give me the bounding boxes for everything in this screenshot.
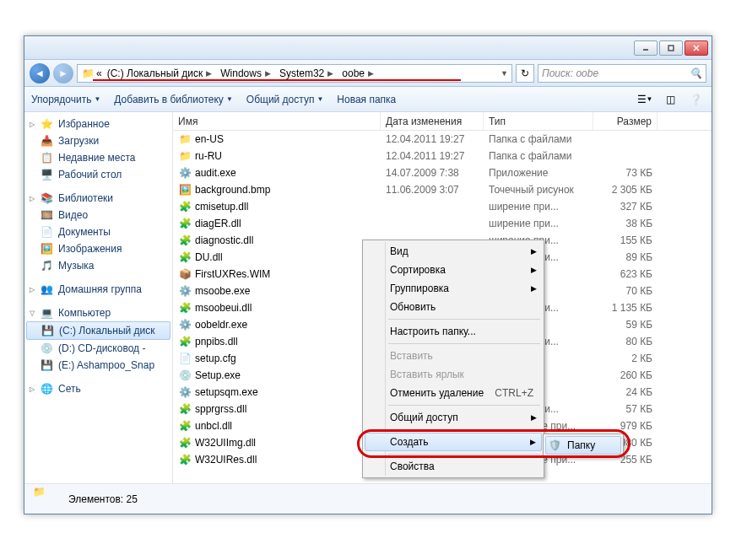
file-icon: 📄 — [178, 352, 192, 365]
file-size: 38 КБ — [593, 218, 658, 229]
file-icon: ⚙️ — [178, 385, 192, 399]
breadcrumb-prefix: « — [96, 67, 102, 79]
file-name: W32UIRes.dll — [195, 454, 257, 466]
file-icon: 🧩 — [178, 453, 192, 466]
file-name: setupsqm.exe — [195, 386, 258, 398]
status-bar: 📁 Элементов: 25 — [24, 483, 712, 514]
sidebar-network[interactable]: ▷🌐Сеть — [24, 380, 172, 397]
file-icon: 🧩 — [178, 250, 192, 264]
sidebar-videos[interactable]: 🎞️Видео — [24, 207, 172, 223]
sidebar-drive-d[interactable]: 💿(D:) CD-дисковод - — [24, 340, 172, 357]
file-name: DU.dll — [195, 251, 223, 263]
sidebar-pictures[interactable]: 🖼️Изображения — [24, 240, 172, 257]
maximize-button[interactable] — [659, 40, 683, 56]
file-icon: 📁 — [178, 132, 192, 146]
sidebar-drive-e[interactable]: 💾(E:) Ashampoo_Snap — [24, 357, 172, 374]
sidebar-favorites[interactable]: ▷⭐Избранное — [24, 116, 172, 132]
file-name: ru-RU — [195, 150, 222, 162]
ctx-sort[interactable]: Сортировка▶ — [365, 261, 542, 279]
file-row[interactable]: 🧩cmisetup.dllширение при...327 КБ — [173, 198, 712, 215]
file-icon: 🧩 — [178, 234, 192, 247]
file-size: 327 КБ — [593, 201, 658, 213]
file-name: pnpibs.dll — [195, 336, 238, 347]
ctx-group[interactable]: Группировка▶ — [365, 279, 542, 298]
file-row[interactable]: 📁en-US12.04.2011 19:27Папка с файлами — [173, 131, 712, 148]
minimize-button[interactable] — [634, 40, 658, 56]
sidebar-computer[interactable]: ▽💻Компьютер — [24, 304, 172, 321]
sidebar: ▷⭐Избранное 📥Загрузки 📋Недавние места 🖥️… — [24, 112, 173, 483]
ctx-customize[interactable]: Настроить папку... — [365, 322, 542, 341]
view-mode-button[interactable]: ☰ ▼ — [636, 91, 654, 108]
ctx-paste: Вставить — [365, 347, 542, 365]
ctx-properties[interactable]: Свойства — [365, 457, 542, 476]
file-size: 2 305 КБ — [593, 184, 658, 196]
ctx-undo-delete[interactable]: Отменить удалениеCTRL+Z — [365, 384, 542, 402]
file-name: en-US — [195, 133, 224, 145]
organize-button[interactable]: Упорядочить▼ — [31, 94, 100, 105]
breadcrumb[interactable]: 📁 « (C:) Локальный диск▶ Windows▶ System… — [77, 64, 512, 83]
file-date: 12.04.2011 19:27 — [381, 133, 484, 145]
file-row[interactable]: 📁ru-RU12.04.2011 19:27Папка с файлами — [173, 148, 712, 164]
file-size: 1 135 КБ — [593, 302, 658, 314]
sidebar-homegroup[interactable]: ▷👥Домашняя группа — [24, 281, 172, 298]
file-date: 11.06.2009 3:07 — [381, 184, 484, 196]
col-type[interactable]: Тип — [484, 112, 593, 130]
file-icon: 🧩 — [178, 436, 192, 450]
file-size: 979 КБ — [593, 420, 658, 432]
sidebar-desktop[interactable]: 🖥️Рабочий стол — [24, 166, 172, 183]
file-name: cmisetup.dll — [195, 201, 248, 213]
sidebar-music[interactable]: 🎵Музыка — [24, 257, 172, 274]
column-headers: Имя Дата изменения Тип Размер — [173, 112, 712, 131]
svg-rect-1 — [668, 46, 674, 51]
col-size[interactable]: Размер — [593, 112, 658, 130]
ctx-refresh[interactable]: Обновить — [365, 298, 542, 316]
search-input[interactable]: Поиск: oobe 🔍 — [538, 64, 706, 83]
preview-pane-button[interactable]: ◫ — [661, 91, 679, 108]
sidebar-documents[interactable]: 📄Документы — [24, 223, 172, 240]
address-bar: ◄ ► 📁 « (C:) Локальный диск▶ Windows▶ Sy… — [24, 60, 712, 87]
forward-button[interactable]: ► — [53, 63, 73, 83]
context-menu: Вид▶ Сортировка▶ Группировка▶ Обновить Н… — [362, 240, 544, 478]
ctx-share[interactable]: Общий доступ▶ — [365, 408, 542, 427]
ctx-new[interactable]: Создать▶ — [365, 433, 542, 451]
status-text: Элементов: 25 — [68, 493, 138, 505]
file-size: 59 КБ — [593, 319, 658, 331]
file-name: background.bmp — [195, 184, 270, 196]
refresh-button[interactable]: ↻ — [516, 64, 534, 83]
file-row[interactable]: 🖼️background.bmp11.06.2009 3:07Точечный … — [173, 181, 712, 198]
folder-icon: 📁 — [33, 486, 60, 513]
add-to-library-button[interactable]: Добавить в библиотеку▼ — [114, 94, 232, 105]
share-button[interactable]: Общий доступ▼ — [246, 94, 324, 105]
col-name[interactable]: Имя — [173, 112, 381, 130]
file-icon: 📦 — [178, 267, 192, 281]
file-icon: 🧩 — [178, 419, 192, 433]
sidebar-recent[interactable]: 📋Недавние места — [24, 149, 172, 166]
file-name: Setup.exe — [195, 369, 241, 381]
file-size: 623 КБ — [593, 268, 658, 280]
file-name: W32UIImg.dll — [195, 437, 256, 449]
file-name: unbcl.dll — [195, 420, 232, 432]
col-date[interactable]: Дата изменения — [381, 112, 484, 130]
ctx-view[interactable]: Вид▶ — [365, 242, 542, 261]
sidebar-downloads[interactable]: 📥Загрузки — [24, 132, 172, 149]
file-type: Приложение — [484, 167, 593, 179]
file-row[interactable]: ⚙️audit.exe14.07.2009 7:38Приложение73 К… — [173, 164, 712, 181]
new-folder-button[interactable]: Новая папка — [337, 94, 396, 105]
sidebar-drive-c[interactable]: 💾(C:) Локальный диск — [26, 321, 170, 340]
breadcrumb-dropdown[interactable]: ▼ — [501, 69, 508, 78]
annotation-underline — [93, 79, 461, 81]
close-button[interactable] — [685, 40, 708, 56]
submenu-new: 🛡️ Папку — [543, 433, 624, 457]
file-size: 24 КБ — [593, 386, 658, 398]
file-icon: 📁 — [178, 149, 192, 163]
file-row[interactable]: 🧩diagER.dllширение при...38 КБ — [173, 215, 712, 232]
file-icon: ⚙️ — [178, 166, 192, 180]
submenu-folder[interactable]: 🛡️ Папку — [545, 436, 621, 455]
file-icon: ⚙️ — [178, 284, 192, 298]
sidebar-libraries[interactable]: ▷📚Библиотеки — [24, 190, 172, 207]
back-button[interactable]: ◄ — [30, 63, 50, 83]
titlebar — [24, 36, 712, 60]
file-size: 155 КБ — [593, 234, 658, 246]
help-button[interactable]: ❔ — [686, 91, 705, 108]
explorer-window: ◄ ► 📁 « (C:) Локальный диск▶ Windows▶ Sy… — [24, 35, 712, 514]
